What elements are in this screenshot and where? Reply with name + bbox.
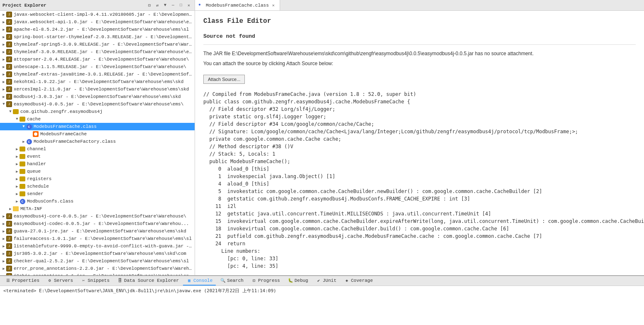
tree-toggle[interactable]: ▶ bbox=[2, 266, 6, 271]
tree-item[interactable]: ▶Jfailureaccess-1.0.1.jar - E:\Developme… bbox=[0, 235, 195, 242]
tree-toggle[interactable]: ▶ bbox=[2, 252, 6, 256]
tree-item[interactable]: ▶queue bbox=[0, 168, 195, 175]
tree-item[interactable]: ▶Jeasymodbus4j-codec-0.0.5.jar - E:\Deve… bbox=[0, 220, 195, 227]
tree-toggle[interactable]: ▶ bbox=[15, 162, 19, 166]
tree-toggle[interactable]: ▶ bbox=[8, 207, 12, 211]
tree-item[interactable]: ▶Jjavax.websocket-api-1.0.jar - E:\Devel… bbox=[0, 18, 195, 26]
tree-item[interactable]: ▶sender bbox=[0, 190, 195, 198]
tree-item[interactable]: ▶Jspring-boot-starter-thymeleaf-2.0.3.RE… bbox=[0, 33, 195, 41]
tree-item[interactable]: ▶JxercesImpl-2.11.0.jar - E:\Development… bbox=[0, 86, 195, 93]
tree-toggle[interactable]: ▶ bbox=[2, 237, 6, 241]
tree-toggle[interactable]: ▶ bbox=[2, 80, 6, 84]
tree-toggle[interactable]: ▶ bbox=[2, 20, 6, 24]
collapse-all-icon[interactable]: ⊟ bbox=[146, 2, 153, 9]
tree-item[interactable]: ▶Jguava-27.0.1-jre.jar - E:\DevelopmentS… bbox=[0, 227, 195, 235]
tree-item[interactable]: ▶Jnekohtml-1.9.22.jar - E:\DevelopmentSo… bbox=[0, 78, 195, 86]
bottom-tab-search[interactable]: 🔍Search bbox=[217, 276, 247, 286]
tree-toggle[interactable]: ▶ bbox=[15, 177, 19, 181]
tab-close-button[interactable]: ✕ bbox=[271, 2, 276, 8]
tree-item[interactable]: ▶Jj2objc-annotations-1.1.jar - E:\Develo… bbox=[0, 272, 195, 275]
tree-toggle[interactable]: ▶ bbox=[2, 72, 6, 77]
minimize-icon[interactable]: — bbox=[170, 2, 176, 9]
tree-item-icon: J bbox=[6, 228, 12, 235]
tree-item[interactable]: ▶META-INF bbox=[0, 205, 195, 213]
tree-item-label: easymodbus4j-0.0.5.jar - E:\DevelopmentS… bbox=[14, 102, 183, 107]
tree-toggle[interactable]: ▼ bbox=[22, 125, 26, 129]
tree-item[interactable]: ▶Jmodbus4j-3.0.3.jar - E:\DevelopmentSof… bbox=[0, 93, 195, 100]
bottom-tab-junit[interactable]: ✔JUnit bbox=[312, 276, 340, 286]
tree-item[interactable]: ▶Jchecker-qual-2.5.2.jar - E:\Developmen… bbox=[0, 257, 195, 265]
bottom-tab-progress[interactable]: ⊡Progress bbox=[248, 276, 283, 286]
tree-toggle[interactable]: ▶ bbox=[2, 42, 6, 47]
tree-toggle[interactable]: ▶ bbox=[15, 192, 19, 196]
tree-toggle[interactable]: ▶ bbox=[2, 229, 6, 234]
tree-item-label: nekohtml-1.9.22.jar - E:\DevelopmentSoft… bbox=[14, 79, 183, 84]
tree-item[interactable]: ▶channel bbox=[0, 145, 195, 153]
tree-item[interactable]: ▶registers bbox=[0, 175, 195, 183]
tree-toggle[interactable]: ▶ bbox=[15, 169, 19, 174]
tree-item[interactable]: ▶Jeasymodbus4j-core-0.0.5.jar - E:\Devel… bbox=[0, 213, 195, 220]
tree-item[interactable]: ▼com.github.zengfr.easymodbus4j bbox=[0, 108, 195, 115]
tree-toggle[interactable]: ▶ bbox=[2, 65, 6, 69]
tree-item[interactable]: ▶Jthymeleaf-3.0.9.RELEASE.jar - E:\Devel… bbox=[0, 48, 195, 56]
bottom-tab-servers[interactable]: ⚙Servers bbox=[44, 276, 76, 286]
tree-toggle[interactable]: ▶ bbox=[2, 50, 6, 54]
tree-toggle[interactable]: ▶ bbox=[15, 147, 19, 152]
tree-item[interactable]: ▶handler bbox=[0, 160, 195, 168]
close-icon[interactable]: ✕ bbox=[185, 2, 192, 9]
bottom-tab-console[interactable]: ▦Console bbox=[183, 276, 216, 286]
bottom-tab-label-junit: JUnit bbox=[323, 278, 337, 283]
tree-toggle[interactable]: ▼ bbox=[2, 102, 6, 106]
tree-item[interactable]: ▶Jjsr305-3.0.2.jar - E:\DevelopmentSoftw… bbox=[0, 250, 195, 257]
tree-item[interactable]: ▶Jjavax-websocket-client-impl-9.4.11.v20… bbox=[0, 11, 195, 18]
tree-item[interactable]: ▶CModebusFrameCacheFactory.class bbox=[0, 138, 195, 145]
maximize-icon[interactable]: □ bbox=[178, 2, 184, 9]
tree-item-label: sender bbox=[27, 191, 44, 196]
tree-item[interactable]: ModebusFrameCache bbox=[0, 130, 195, 138]
tree-toggle[interactable]: ▶ bbox=[2, 57, 6, 62]
tree-toggle[interactable]: ▼ bbox=[8, 110, 12, 114]
tree-item[interactable]: ▼cache bbox=[0, 115, 195, 123]
tree-item[interactable]: ▶schedule bbox=[0, 183, 195, 190]
code-line: // Field descriptor #34 Lcom/google/comm… bbox=[203, 120, 636, 128]
tree-toggle[interactable]: ▶ bbox=[2, 87, 6, 92]
tree-item-icon: J bbox=[6, 49, 12, 55]
tree-toggle[interactable]: ▶ bbox=[2, 95, 6, 99]
bottom-tab-coverage[interactable]: ◈Coverage bbox=[341, 276, 376, 286]
tree-toggle[interactable]: ▶ bbox=[22, 139, 26, 144]
link-with-editor-icon[interactable]: ⇄ bbox=[154, 2, 161, 9]
project-tree[interactable]: ▶Jjavax-websocket-client-impl-9.4.11.v20… bbox=[0, 11, 195, 275]
tree-toggle[interactable]: ▶ bbox=[15, 184, 19, 189]
tree-item-icon: J bbox=[6, 78, 12, 85]
tree-item[interactable]: ▶Jerror_prone_annotations-2.2.0.jar - E:… bbox=[0, 265, 195, 272]
tree-item[interactable]: ▶Jattoparser-2.0.4.RELEASE.jar - E:\Deve… bbox=[0, 56, 195, 63]
bottom-tab-debug[interactable]: 🐛Debug bbox=[284, 276, 312, 286]
tree-item[interactable]: ▼CModebusFrameCache.class bbox=[0, 123, 195, 130]
tree-item[interactable]: ▶Jthymeleaf-extras-java8time-3.0.1.RELEA… bbox=[0, 71, 195, 78]
tree-item[interactable]: ▶Japache-el-8.5.24.2.jar - E:\Developmen… bbox=[0, 26, 195, 33]
tree-toggle[interactable]: ▶ bbox=[2, 222, 6, 226]
tree-item[interactable]: ▶CModbusConfs.class bbox=[0, 198, 195, 205]
tree-item[interactable]: ▶Jlistenablefuture-9999.0-empty-to-avoid… bbox=[0, 242, 195, 250]
bottom-tab-datasource[interactable]: 🗄Data Source Explorer bbox=[114, 276, 182, 286]
bottom-tab-snippets[interactable]: ✂Snippets bbox=[77, 276, 113, 286]
tree-toggle[interactable]: ▼ bbox=[15, 117, 19, 121]
tree-toggle[interactable]: ▶ bbox=[2, 259, 6, 264]
editor-tab-modbus[interactable]: ● ModebusFrameCache.class ✕ bbox=[195, 0, 280, 10]
tree-item[interactable]: ▼Jeasymodbus4j-0.0.5.jar - E:\Developmen… bbox=[0, 100, 195, 108]
tree-toggle[interactable]: ▶ bbox=[15, 154, 19, 159]
tree-toggle[interactable]: ▶ bbox=[2, 27, 6, 32]
bottom-tab-label-servers: Servers bbox=[54, 278, 73, 283]
tree-toggle[interactable]: ▶ bbox=[2, 244, 6, 249]
tree-item[interactable]: ▶event bbox=[0, 153, 195, 160]
editor-panel: ● ModebusFrameCache.class ✕ Class File E… bbox=[195, 0, 644, 275]
tree-toggle[interactable]: ▶ bbox=[2, 214, 6, 219]
tree-item[interactable]: ▶Junbescape-1.1.5.RELEASE.jar - E:\Devel… bbox=[0, 63, 195, 71]
view-menu-icon[interactable]: ▼ bbox=[162, 2, 168, 9]
tree-item[interactable]: ▶Jthymeleaf-spring5-3.0.9.RELEASE.jar - … bbox=[0, 41, 195, 48]
attach-source-button[interactable]: Attach Source... bbox=[203, 75, 245, 84]
bottom-tab-properties[interactable]: ☰Properties bbox=[2, 276, 43, 286]
tree-toggle[interactable]: ▶ bbox=[15, 199, 19, 204]
tree-toggle[interactable]: ▶ bbox=[2, 12, 6, 17]
tree-toggle[interactable]: ▶ bbox=[2, 35, 6, 39]
